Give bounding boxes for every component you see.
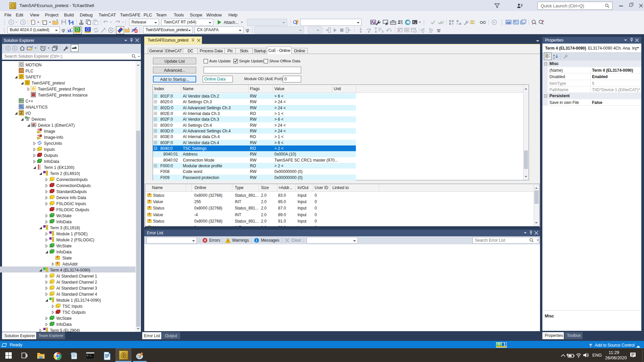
svg-text:C:\_: C:\_ — [87, 354, 93, 357]
svg-text:Z: Z — [553, 57, 555, 59]
